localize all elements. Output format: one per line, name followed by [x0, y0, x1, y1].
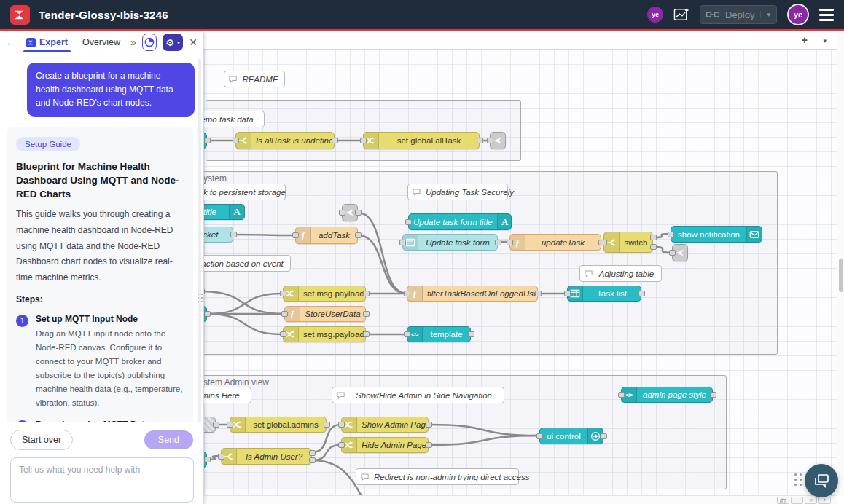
node-port[interactable] — [650, 244, 657, 250]
node-port[interactable] — [405, 219, 412, 225]
node-port[interactable] — [213, 422, 219, 428]
add-flow-button[interactable]: + — [802, 34, 808, 46]
flow-node[interactable]: </>template — [407, 326, 471, 342]
node-port[interactable] — [204, 138, 211, 143]
node-port[interactable] — [536, 433, 543, 439]
flow-node[interactable]: set msg.payload — [283, 286, 366, 302]
vscroll-thumb[interactable] — [839, 259, 843, 292]
deploy-button[interactable]: Deploy ▾ — [700, 5, 777, 24]
comment-node[interactable]: emo task data — [204, 111, 265, 127]
flow-node[interactable]: Hide Admin Page — [341, 437, 429, 453]
deploy-caret-icon[interactable]: ▾ — [760, 11, 770, 18]
flow-node[interactable]: Task list — [567, 286, 641, 302]
node-port[interactable] — [204, 457, 211, 462]
comment-node[interactable]: Updating Task Securely — [407, 184, 508, 200]
node-port[interactable] — [638, 291, 645, 296]
flow-node[interactable]: Is Admin User? — [221, 448, 312, 465]
panel-scrollbar[interactable] — [198, 58, 201, 452]
node-port[interactable] — [332, 138, 338, 143]
node-port[interactable] — [338, 442, 345, 448]
flow-node[interactable]: Update task form titleA — [408, 213, 512, 230]
node-port[interactable] — [233, 138, 239, 143]
node-port[interactable] — [230, 232, 237, 237]
node-port[interactable] — [324, 422, 330, 428]
back-button[interactable]: ← — [6, 36, 16, 48]
node-port[interactable] — [507, 240, 513, 245]
node-port[interactable] — [339, 210, 345, 216]
settings-button[interactable]: ⚙ ▾ — [163, 34, 183, 51]
comment-node[interactable]: Show/Hide Admin in Side Navigation — [332, 387, 504, 403]
comment-node[interactable]: Redirect is non-admin trying direct acce… — [356, 468, 519, 485]
flow-node[interactable]: ƒStoreUserData — [284, 306, 366, 322]
user-avatar[interactable]: ye — [787, 4, 809, 25]
team-avatar[interactable]: ye — [647, 7, 663, 23]
node-port[interactable] — [281, 311, 288, 317]
comment-node[interactable]: action based on event — [204, 255, 291, 272]
flow-list-caret-icon[interactable]: ▾ — [823, 37, 827, 44]
flow-canvas[interactable]: ystemstem Admin viewREADMEemo task datas… — [204, 50, 837, 495]
flow-node[interactable]: ƒfilterTaskBasedOnLoggedUser — [407, 286, 538, 302]
usage-chart-button[interactable] — [142, 34, 157, 51]
zoom-out-button[interactable]: − — [791, 497, 803, 504]
tab-expert[interactable]: Expert — [22, 34, 72, 50]
flow-node[interactable]: Is allTask is undefined — [235, 132, 335, 149]
node-port[interactable] — [669, 250, 676, 256]
menu-icon[interactable] — [819, 9, 834, 21]
zoom-reset-button[interactable]: ○ — [805, 497, 817, 504]
comment-node[interactable]: README — [224, 71, 285, 87]
flow-node[interactable]: ui control — [539, 428, 603, 444]
tab-overflow-button[interactable]: » — [130, 36, 136, 48]
node-port[interactable] — [363, 311, 370, 317]
node-port[interactable] — [204, 288, 205, 294]
node-port[interactable] — [618, 392, 625, 398]
node-port[interactable] — [280, 331, 286, 337]
node-port[interactable] — [338, 422, 345, 428]
node-port[interactable] — [487, 138, 493, 143]
node-port[interactable] — [650, 235, 657, 240]
node-port[interactable] — [477, 138, 483, 143]
flow-node[interactable]: Show Admin Page — [341, 417, 429, 433]
node-port[interactable] — [309, 450, 316, 456]
node-port[interactable] — [601, 433, 607, 439]
node-port[interactable] — [355, 232, 362, 238]
node-port[interactable] — [309, 457, 316, 463]
node-port[interactable] — [535, 291, 542, 296]
node-port[interactable] — [363, 291, 370, 296]
node-port[interactable] — [218, 454, 224, 460]
flow-node[interactable]: ƒupdateTask — [509, 234, 601, 251]
node-port[interactable] — [204, 311, 211, 317]
flow-node[interactable]: set global.allTask — [363, 132, 480, 149]
chat-fab-drag-handle[interactable] — [794, 473, 802, 486]
node-port[interactable] — [426, 442, 432, 448]
node-port[interactable] — [292, 232, 299, 238]
flow-node[interactable]: </>admin page style — [621, 387, 713, 403]
flow-node[interactable]: Update task form — [402, 234, 498, 251]
comment-node[interactable]: sk to persistent storage — [204, 184, 286, 200]
minimap-button[interactable] — [777, 497, 789, 504]
node-port[interactable] — [601, 240, 607, 245]
node-port[interactable] — [668, 232, 674, 237]
node-port[interactable] — [363, 331, 370, 337]
node-port[interactable] — [404, 291, 410, 296]
node-port[interactable] — [495, 240, 501, 245]
node-port[interactable] — [227, 422, 233, 428]
node-port[interactable] — [399, 240, 406, 245]
node-port[interactable] — [360, 138, 367, 143]
close-panel-button[interactable]: ✕ — [189, 36, 198, 48]
flow-node[interactable]: set global.admins — [230, 417, 327, 433]
node-port[interactable] — [426, 422, 432, 428]
flow-node[interactable]: set msg.payload — [283, 326, 366, 342]
tab-overview[interactable]: Overview — [78, 34, 125, 50]
canvas-vertical-scrollbar[interactable] — [837, 32, 844, 495]
zoom-in-button[interactable]: + — [818, 497, 831, 504]
flow-node[interactable]: switch — [603, 232, 653, 253]
start-over-button[interactable]: Start over — [10, 430, 73, 450]
canvas-horizontal-scrollbar[interactable]: − ○ + — [204, 495, 837, 504]
panel-resize-handle[interactable] — [198, 290, 203, 306]
node-port[interactable] — [564, 291, 571, 296]
comment-node[interactable]: Adjusting table — [579, 265, 662, 282]
flow-node[interactable]: ƒaddTask — [295, 227, 358, 244]
comment-node[interactable]: mins Here — [204, 387, 251, 403]
help-input[interactable] — [10, 457, 194, 503]
ai-assistant-icon[interactable] — [673, 7, 689, 22]
